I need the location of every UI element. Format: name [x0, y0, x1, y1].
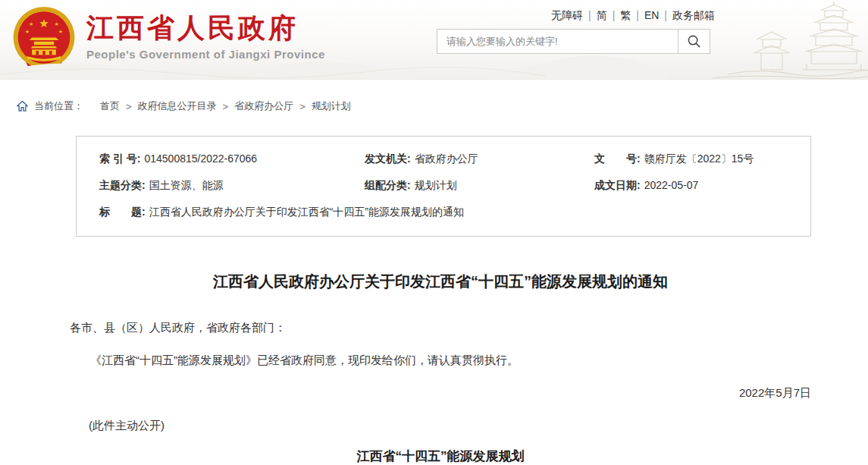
breadcrumb-gov-info-directory[interactable]: 政府信息公开目录: [138, 99, 217, 113]
home-icon: [17, 101, 28, 112]
meta-group-category: 组配分类:规划计划: [365, 178, 594, 193]
svg-text:★: ★: [58, 29, 63, 34]
link-gov-mailbox[interactable]: 政务邮箱: [672, 9, 715, 21]
link-separator: |: [588, 9, 591, 21]
svg-text:★: ★: [29, 21, 33, 27]
site-header: ★ ★ ★ ★ ★ 江西省人民政府 People's Government of…: [0, 0, 868, 80]
site-title: 江西省人民政府: [86, 13, 325, 43]
document-meta-box: 索 引 号:014500815/2022-67066 发文机关:省政府办公厅 文…: [76, 136, 811, 237]
document-page: 索 引 号:014500815/2022-67066 发文机关:省政府办公厅 文…: [70, 136, 811, 465]
link-separator: |: [613, 9, 616, 21]
search-icon: [687, 34, 701, 49]
breadcrumb-label: 当前位置：: [34, 99, 83, 113]
link-accessibility[interactable]: 无障碍: [551, 9, 583, 21]
utility-nav: 无障碍|简|繁|EN|政务邮箱: [551, 9, 715, 23]
link-simplified-chinese[interactable]: 简: [597, 9, 607, 21]
meta-index-number: 索 引 号:014500815/2022-67066: [99, 152, 365, 166]
svg-text:★: ★: [55, 21, 59, 27]
meta-document-number: 文 号:赣府厅发〔2022〕15号: [594, 152, 788, 166]
link-traditional-chinese[interactable]: 繁: [620, 9, 631, 21]
breadcrumb: 当前位置： 首页 > 政府信息公开目录 > 省政府办公厅 > 规划计划: [17, 99, 868, 113]
meta-issuing-agency: 发文机关:省政府办公厅: [365, 152, 594, 166]
document-disclosure-note: (此件主动公开): [89, 419, 811, 433]
breadcrumb-separator: >: [126, 101, 132, 112]
site-titles: 江西省人民政府 People's Government of Jiangxi P…: [86, 5, 325, 61]
document-body-paragraph: 《江西省“十四五”能源发展规划》已经省政府同意，现印发给你们，请认真贯彻执行。: [70, 353, 811, 368]
breadcrumb-separator: >: [299, 101, 306, 112]
meta-document-title: 标 题:江西省人民政府办公厅关于印发江西省“十四五”能源发展规划的通知: [99, 205, 788, 219]
site-search: [437, 29, 710, 54]
meta-subject-category: 主题分类:国土资源、能源: [99, 178, 365, 193]
breadcrumb-home[interactable]: 首页: [100, 99, 120, 113]
svg-text:★: ★: [39, 17, 49, 30]
document-date: 2022年5月7日: [70, 386, 811, 401]
national-emblem-icon: ★ ★ ★ ★ ★: [11, 5, 77, 75]
meta-date-issued: 成文日期:2022-05-07: [594, 178, 788, 193]
document-salutation: 各市、县（区）人民政府，省政府各部门：: [70, 320, 811, 335]
document-title: 江西省人民政府办公厅关于印发江西省“十四五”能源发展规划的通知: [70, 272, 811, 292]
breadcrumb-general-office[interactable]: 省政府办公厅: [234, 99, 293, 113]
search-input[interactable]: [437, 30, 678, 53]
site-logo[interactable]: ★ ★ ★ ★ ★ 江西省人民政府 People's Government of…: [11, 5, 325, 75]
search-button[interactable]: [678, 30, 710, 53]
svg-text:★: ★: [25, 29, 30, 34]
attachment-title: 江西省“十四五”能源发展规划: [70, 448, 811, 465]
link-english[interactable]: EN: [644, 9, 659, 21]
breadcrumb-planning[interactable]: 规划计划: [312, 99, 351, 113]
breadcrumb-separator: >: [223, 101, 229, 112]
site-subtitle: People's Government of Jiangxi Province: [86, 48, 325, 61]
link-separator: |: [636, 9, 639, 21]
pagoda-sketch-icon: [713, 0, 868, 80]
link-separator: |: [664, 9, 667, 21]
